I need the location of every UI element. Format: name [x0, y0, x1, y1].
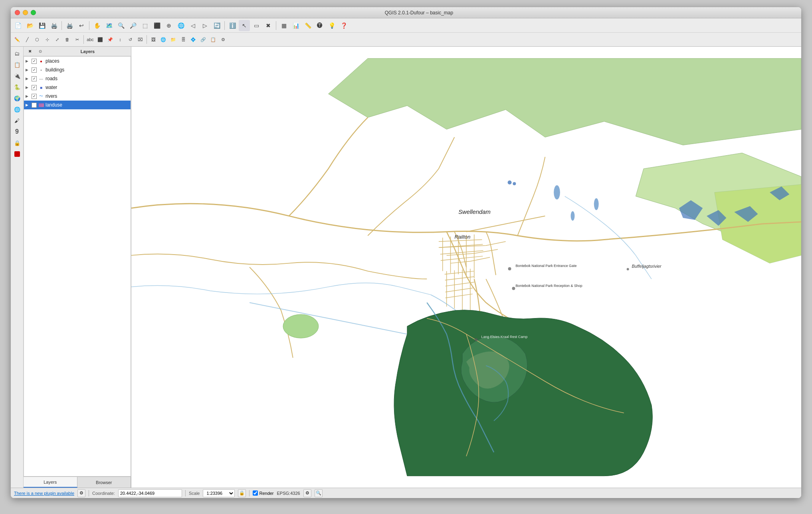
checkbox-water[interactable]: ✓: [32, 85, 37, 90]
plugins-icon-btn[interactable]: 🔌: [12, 71, 22, 81]
label-pin-button[interactable]: 📌: [105, 35, 115, 44]
expand-landuse[interactable]: ▶: [26, 103, 30, 107]
layer-item-places[interactable]: ▶ ✓ ● places: [24, 57, 131, 65]
select-button[interactable]: ↖: [239, 20, 250, 31]
delete-selected-button[interactable]: 🗑: [62, 35, 72, 44]
save-project-button[interactable]: 💾: [36, 20, 48, 31]
expand-roads[interactable]: ▶: [26, 77, 30, 81]
add-postgis-button[interactable]: 🗄: [178, 35, 188, 44]
add-annotation-button[interactable]: 🅣: [314, 20, 325, 31]
scale-lock-btn[interactable]: 🔒: [238, 489, 246, 497]
zoom-in-button[interactable]: 🔍: [115, 20, 127, 31]
red-square-btn[interactable]: [12, 149, 22, 159]
measure-button[interactable]: 📏: [302, 20, 313, 31]
render-checkbox[interactable]: [253, 490, 258, 496]
statistics-button[interactable]: 📊: [290, 20, 301, 31]
scale-select[interactable]: 1:23396: [203, 489, 235, 497]
add-spatialite-button[interactable]: 💠: [188, 35, 198, 44]
svg-point-26: [627, 268, 629, 270]
open-table-button[interactable]: ▦: [278, 20, 289, 31]
poi-label-2: Bontebok National Park Reception & Shop: [515, 284, 582, 288]
poi-label-1: Bontebok National Park Entrance Gate: [515, 264, 576, 268]
layer-name-water: water: [46, 85, 129, 90]
pan-button[interactable]: ✋: [91, 20, 103, 31]
label-move-button[interactable]: ↕: [115, 35, 125, 44]
zoom-to-full-extent-button[interactable]: 🌐: [175, 20, 186, 31]
maximize-button[interactable]: [31, 10, 36, 15]
expand-panel-btn[interactable]: ⊙: [36, 47, 45, 56]
show-tips-button[interactable]: 💡: [326, 20, 337, 31]
tab-browser[interactable]: Browser: [77, 477, 131, 488]
edit-line-button[interactable]: ╱: [22, 35, 32, 44]
magnify-btn[interactable]: 🔍: [315, 489, 323, 497]
print-button[interactable]: 🖨️: [64, 20, 75, 31]
zoom-last-button[interactable]: ◁: [187, 20, 198, 31]
expand-water[interactable]: ▶: [26, 85, 30, 89]
svg-point-23: [508, 267, 511, 271]
add-virtual-button[interactable]: ⚙: [218, 35, 228, 44]
expand-rivers[interactable]: ▶: [26, 94, 30, 98]
pan-map-button[interactable]: 🗺️: [103, 20, 115, 31]
layer-item-roads[interactable]: ▶ ✓ — roads: [24, 74, 131, 83]
label-change-button[interactable]: ⌧: [135, 35, 145, 44]
python-icon-btn[interactable]: 🐍: [12, 82, 22, 92]
new-project-button[interactable]: 📄: [12, 20, 24, 31]
zoom-out-button[interactable]: 🔎: [127, 20, 139, 31]
identify-button[interactable]: ℹ️: [227, 20, 238, 31]
toolbar-area: 📄 📂 💾 🖨️ 🖨️ ↩ ✋ 🗺️ 🔍 🔎 ⬚ ⬛ ⊕ 🌐 ◁ ▷ 🔄 ℹ️ …: [11, 18, 801, 47]
refresh-button[interactable]: 🔄: [211, 20, 222, 31]
edit-pencil-button[interactable]: ✏️: [12, 35, 22, 44]
add-wfs-button[interactable]: 🔗: [198, 35, 208, 44]
label-tool-button[interactable]: abc: [85, 35, 95, 44]
open-project-button[interactable]: 📂: [24, 20, 36, 31]
browser-icon-btn[interactable]: 🗂: [12, 48, 22, 59]
zoom-next-button[interactable]: ▷: [199, 20, 210, 31]
close-button[interactable]: [15, 10, 20, 15]
label-align-button[interactable]: ⬛: [95, 35, 105, 44]
tab-layers[interactable]: Layers: [24, 477, 77, 488]
coordinate-input[interactable]: [118, 489, 182, 497]
paint-icon-btn[interactable]: 🖌: [12, 115, 22, 126]
deselect-button[interactable]: ✖: [263, 20, 274, 31]
epsg-btn[interactable]: ⚙: [303, 489, 311, 497]
select-rect-button[interactable]: ▭: [251, 20, 262, 31]
layer-item-landuse[interactable]: ▶ ✓ landuse: [24, 101, 131, 109]
add-vector-button[interactable]: 📁: [168, 35, 178, 44]
layer-icon-btn[interactable]: 📋: [12, 59, 22, 70]
checkbox-rivers[interactable]: ✓: [32, 94, 37, 99]
minimize-button[interactable]: [23, 10, 28, 15]
zoom-to-selection-button[interactable]: ⬛: [151, 20, 162, 31]
expand-places[interactable]: ▶: [26, 59, 30, 63]
layer-item-water[interactable]: ▶ ✓ ■ water: [24, 83, 131, 92]
expand-buildings[interactable]: ▶: [26, 68, 30, 72]
digitize-button[interactable]: ⬡: [32, 35, 42, 44]
plugin-icon-btn[interactable]: ⚙: [77, 489, 85, 497]
add-raster-button[interactable]: 🖼: [149, 35, 158, 44]
cut-features-button[interactable]: ✂: [72, 35, 82, 44]
close-panel-btn[interactable]: ✖: [25, 47, 35, 56]
add-wms-button[interactable]: 🌐: [158, 35, 168, 44]
globe-icon-btn-1[interactable]: 🌍: [12, 93, 22, 103]
plugin-link[interactable]: There is a new plugin available: [14, 491, 74, 496]
move-feature-button[interactable]: ⤢: [52, 35, 62, 44]
layer-item-buildings[interactable]: ▶ ✓ ▪ buildings: [24, 65, 131, 74]
map-area[interactable]: Swellendam Railton Bontebok National Par…: [131, 47, 801, 488]
zoom-to-layer-button[interactable]: ⊕: [163, 20, 174, 31]
checkbox-places[interactable]: ✓: [32, 59, 37, 64]
layer-item-rivers[interactable]: ▶ ✓ 〜 rivers: [24, 92, 131, 101]
checkbox-buildings[interactable]: ✓: [32, 67, 37, 73]
label-rotate-button[interactable]: ↺: [125, 35, 135, 44]
checkbox-roads[interactable]: ✓: [32, 76, 37, 81]
undo-button[interactable]: ↩: [76, 20, 87, 31]
separator-4: [276, 21, 276, 30]
checkbox-landuse[interactable]: ✓: [32, 103, 37, 108]
quote-icon-btn[interactable]: 9: [12, 127, 22, 137]
node-tool-button[interactable]: ⊹: [42, 35, 52, 44]
globe-icon-btn-2[interactable]: 🌐: [12, 104, 22, 115]
add-csv-button[interactable]: 📋: [208, 35, 218, 44]
poi-label-4: Buffeljagtsrivier: [632, 264, 662, 269]
help-button[interactable]: ❓: [338, 20, 349, 31]
save-as-button[interactable]: 🖨️: [48, 20, 59, 31]
zoom-rubber-band-button[interactable]: ⬚: [139, 20, 151, 31]
lock-icon-btn[interactable]: 🔒: [12, 138, 22, 148]
